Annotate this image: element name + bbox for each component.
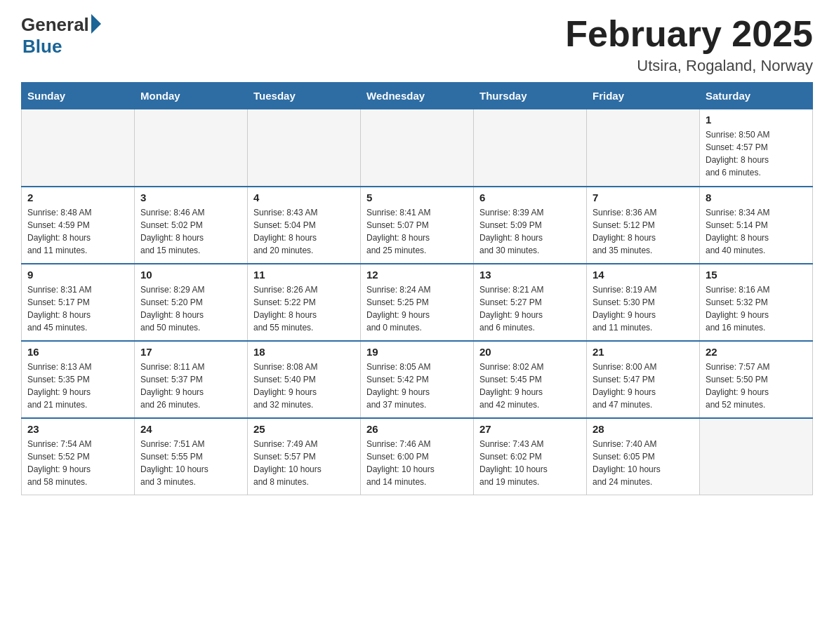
day-number: 27 [479,423,581,435]
weekday-header-friday: Friday [587,83,700,109]
day-number: 13 [479,269,581,281]
day-number: 22 [706,346,807,358]
day-number: 14 [593,269,694,281]
day-info: Sunrise: 8:43 AMSunset: 5:04 PMDaylight:… [253,206,355,257]
calendar-cell: 18Sunrise: 8:08 AMSunset: 5:40 PMDayligh… [248,341,361,418]
weekday-header-sunday: Sunday [22,83,135,109]
page-header: General Blue February 2025 Utsira, Rogal… [21,14,813,75]
day-number: 3 [140,192,241,203]
day-info: Sunrise: 7:57 AMSunset: 5:50 PMDaylight:… [706,361,807,411]
day-info: Sunrise: 8:16 AMSunset: 5:32 PMDaylight:… [706,283,807,334]
day-number: 11 [253,269,355,281]
calendar-cell: 14Sunrise: 8:19 AMSunset: 5:30 PMDayligh… [587,264,700,341]
weekday-header-thursday: Thursday [474,83,587,109]
calendar-cell: 9Sunrise: 8:31 AMSunset: 5:17 PMDaylight… [22,264,135,341]
day-number: 24 [140,423,241,435]
day-info: Sunrise: 8:08 AMSunset: 5:40 PMDaylight:… [253,361,355,411]
calendar-cell: 11Sunrise: 8:26 AMSunset: 5:22 PMDayligh… [248,264,361,341]
calendar-cell [22,109,135,187]
calendar-cell: 27Sunrise: 7:43 AMSunset: 6:02 PMDayligh… [474,418,587,495]
weekday-header-wednesday: Wednesday [361,83,474,109]
day-info: Sunrise: 7:40 AMSunset: 6:05 PMDaylight:… [593,438,694,488]
logo-triangle-icon [91,14,101,34]
calendar-cell: 2Sunrise: 8:48 AMSunset: 4:59 PMDaylight… [22,187,135,264]
month-title: February 2025 [565,14,813,54]
day-number: 18 [253,346,355,358]
calendar-cell: 16Sunrise: 8:13 AMSunset: 5:35 PMDayligh… [22,341,135,418]
day-info: Sunrise: 8:39 AMSunset: 5:09 PMDaylight:… [479,206,581,257]
title-block: February 2025 Utsira, Rogaland, Norway [565,14,813,75]
calendar-cell: 1Sunrise: 8:50 AMSunset: 4:57 PMDaylight… [700,109,813,187]
calendar-cell: 17Sunrise: 8:11 AMSunset: 5:37 PMDayligh… [135,341,248,418]
weekday-header-monday: Monday [135,83,248,109]
day-number: 19 [366,346,468,358]
day-number: 28 [593,423,694,435]
location: Utsira, Rogaland, Norway [565,57,813,75]
day-info: Sunrise: 8:48 AMSunset: 4:59 PMDaylight:… [27,206,128,257]
calendar-week-row: 9Sunrise: 8:31 AMSunset: 5:17 PMDaylight… [22,264,813,341]
day-number: 12 [366,269,468,281]
calendar-cell: 13Sunrise: 8:21 AMSunset: 5:27 PMDayligh… [474,264,587,341]
day-info: Sunrise: 8:00 AMSunset: 5:47 PMDaylight:… [593,361,694,411]
day-info: Sunrise: 8:50 AMSunset: 4:57 PMDaylight:… [706,128,807,179]
day-number: 25 [253,423,355,435]
calendar-cell: 23Sunrise: 7:54 AMSunset: 5:52 PMDayligh… [22,418,135,495]
calendar-cell: 24Sunrise: 7:51 AMSunset: 5:55 PMDayligh… [135,418,248,495]
day-number: 5 [366,192,468,203]
logo-blue-text: Blue [22,36,62,58]
logo: General Blue [21,14,101,58]
calendar-cell: 22Sunrise: 7:57 AMSunset: 5:50 PMDayligh… [700,341,813,418]
day-number: 9 [27,269,128,281]
day-number: 4 [253,192,355,203]
calendar-week-row: 1Sunrise: 8:50 AMSunset: 4:57 PMDaylight… [22,109,813,187]
calendar-cell [361,109,474,187]
calendar-cell: 10Sunrise: 8:29 AMSunset: 5:20 PMDayligh… [135,264,248,341]
calendar-cell: 20Sunrise: 8:02 AMSunset: 5:45 PMDayligh… [474,341,587,418]
day-info: Sunrise: 8:46 AMSunset: 5:02 PMDaylight:… [140,206,241,257]
calendar-cell: 12Sunrise: 8:24 AMSunset: 5:25 PMDayligh… [361,264,474,341]
calendar-week-row: 16Sunrise: 8:13 AMSunset: 5:35 PMDayligh… [22,341,813,418]
day-info: Sunrise: 7:46 AMSunset: 6:00 PMDaylight:… [366,438,468,488]
calendar-cell: 4Sunrise: 8:43 AMSunset: 5:04 PMDaylight… [248,187,361,264]
day-info: Sunrise: 8:13 AMSunset: 5:35 PMDaylight:… [27,361,128,411]
day-number: 23 [27,423,128,435]
calendar-cell: 26Sunrise: 7:46 AMSunset: 6:00 PMDayligh… [361,418,474,495]
day-number: 20 [479,346,581,358]
weekday-header-tuesday: Tuesday [248,83,361,109]
day-info: Sunrise: 8:36 AMSunset: 5:12 PMDaylight:… [593,206,694,257]
day-number: 17 [140,346,241,358]
day-info: Sunrise: 8:41 AMSunset: 5:07 PMDaylight:… [366,206,468,257]
day-number: 26 [366,423,468,435]
day-info: Sunrise: 7:51 AMSunset: 5:55 PMDaylight:… [140,438,241,488]
logo-general-text: General [21,14,89,36]
day-info: Sunrise: 8:31 AMSunset: 5:17 PMDaylight:… [27,283,128,334]
day-info: Sunrise: 8:19 AMSunset: 5:30 PMDaylight:… [593,283,694,334]
day-info: Sunrise: 8:29 AMSunset: 5:20 PMDaylight:… [140,283,241,334]
calendar-cell [135,109,248,187]
day-number: 1 [706,114,807,126]
calendar-cell: 21Sunrise: 8:00 AMSunset: 5:47 PMDayligh… [587,341,700,418]
calendar-cell: 5Sunrise: 8:41 AMSunset: 5:07 PMDaylight… [361,187,474,264]
day-number: 10 [140,269,241,281]
calendar-table: SundayMondayTuesdayWednesdayThursdayFrid… [21,82,813,495]
calendar-cell: 6Sunrise: 8:39 AMSunset: 5:09 PMDaylight… [474,187,587,264]
day-info: Sunrise: 8:11 AMSunset: 5:37 PMDaylight:… [140,361,241,411]
weekday-header-row: SundayMondayTuesdayWednesdayThursdayFrid… [22,83,813,109]
day-number: 21 [593,346,694,358]
calendar-cell: 3Sunrise: 8:46 AMSunset: 5:02 PMDaylight… [135,187,248,264]
day-number: 8 [706,192,807,203]
day-number: 6 [479,192,581,203]
day-info: Sunrise: 8:26 AMSunset: 5:22 PMDaylight:… [253,283,355,334]
day-number: 16 [27,346,128,358]
day-info: Sunrise: 7:43 AMSunset: 6:02 PMDaylight:… [479,438,581,488]
calendar-cell [248,109,361,187]
day-info: Sunrise: 8:05 AMSunset: 5:42 PMDaylight:… [366,361,468,411]
calendar-cell [587,109,700,187]
calendar-week-row: 23Sunrise: 7:54 AMSunset: 5:52 PMDayligh… [22,418,813,495]
calendar-cell: 19Sunrise: 8:05 AMSunset: 5:42 PMDayligh… [361,341,474,418]
calendar-cell: 8Sunrise: 8:34 AMSunset: 5:14 PMDaylight… [700,187,813,264]
calendar-cell [474,109,587,187]
day-info: Sunrise: 8:34 AMSunset: 5:14 PMDaylight:… [706,206,807,257]
calendar-week-row: 2Sunrise: 8:48 AMSunset: 4:59 PMDaylight… [22,187,813,264]
day-number: 7 [593,192,694,203]
